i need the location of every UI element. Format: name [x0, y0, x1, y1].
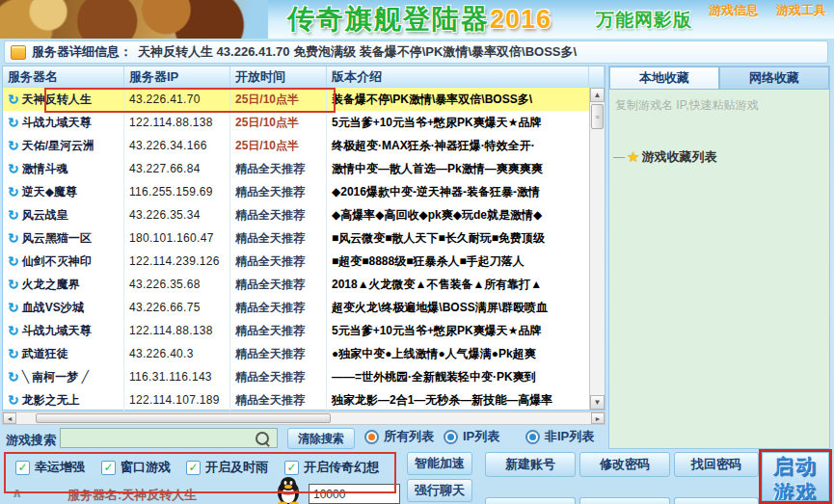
header-open-time[interactable]: 开放时间: [230, 66, 327, 88]
table-row[interactable]: ↻龙影之无上 122.114.107.189 精品全天推荐 独家龙影—2合1—无…: [3, 388, 589, 411]
clear-search-button[interactable]: 清除搜索: [287, 428, 355, 449]
force-chat-button[interactable]: 强行聊天: [407, 479, 472, 502]
checkbox-legend-fantasy-label: 开启传奇幻想: [304, 459, 379, 476]
open-time-cell: 精品全天推荐: [230, 342, 327, 365]
table-row[interactable]: ↻风云黑猫一区 180.101.160.47 精品全天推荐 ■风云微变■散人天下…: [3, 226, 589, 250]
server-icon: ↻: [8, 278, 19, 291]
new-account-button[interactable]: 新建账号: [485, 452, 576, 477]
table-row[interactable]: ↻斗战九域天尊 122.114.88.138 精品全天推荐 5元当爹+10元当爷…: [3, 319, 589, 342]
scroll-right-icon[interactable]: ►: [591, 412, 605, 424]
server-ip-cell: 122.114.88.138: [124, 111, 230, 134]
server-ip-cell: 43.226.34.166: [124, 134, 230, 157]
checkbox-timely-rain[interactable]: ✓ 开启及时雨: [186, 459, 268, 476]
table-row[interactable]: ↻风云战皇 43.226.35.34 精品全天推荐 ◆高爆率◆高回收◆pk爽◆玩…: [3, 203, 589, 226]
server-icon: ↻: [8, 254, 19, 268]
table-row[interactable]: ↻斗战九域天尊 122.114.88.138 25日/10点半 5元当爹+10元…: [3, 111, 589, 134]
clipped-button[interactable]: [485, 497, 576, 504]
app-title-text: 传奇旗舰登陆器: [287, 4, 490, 34]
open-time-cell: 精品全天推荐: [230, 180, 327, 203]
search-input[interactable]: [61, 430, 256, 446]
table-row[interactable]: ↻激情斗魂 43.227.66.84 精品全天推荐 激情中变—散人首选—Pk激情…: [3, 157, 589, 180]
app-title-year: 2016: [490, 5, 552, 34]
checkbox-windowed-game[interactable]: ✓ 窗口游戏: [101, 459, 171, 476]
scroll-down-icon[interactable]: ▼: [590, 395, 605, 410]
header-version-intro[interactable]: 版本介绍: [327, 66, 589, 88]
radio-non-ip-list[interactable]: 非IP列表: [525, 428, 594, 445]
smart-boost-button[interactable]: 智能加速: [407, 452, 472, 475]
game-artwork: [0, 0, 268, 39]
check-icon: ✓: [284, 461, 299, 475]
checkbox-lucky-boost[interactable]: ✓ 幸运增强: [15, 459, 85, 476]
server-ip-cell: 43.226.66.75: [124, 296, 230, 319]
favorites-tree-label: 游戏收藏列表: [641, 148, 716, 166]
table-row[interactable]: ↻武道狂徒 43.226.40.3 精品全天推荐 ●独家中变●上线激情●人气爆满…: [3, 342, 589, 365]
server-icon: ↻: [8, 116, 19, 129]
tab-local-favorites[interactable]: 本地收藏: [609, 66, 719, 90]
scroll-left-icon[interactable]: ◄: [3, 412, 16, 424]
open-time-cell: 精品全天推荐: [230, 296, 327, 319]
horizontal-scrollbar-thumb[interactable]: [36, 413, 331, 423]
server-table: 服务器名 服务器IP 开放时间 版本介绍 ↻天神反转人生 43.226.41.7…: [2, 66, 605, 411]
server-ip-cell: 122.114.107.189: [124, 388, 230, 411]
open-time-cell: 精品全天推荐: [230, 273, 327, 296]
clipped-button[interactable]: [579, 497, 670, 504]
open-time-cell: 精品全天推荐: [230, 157, 327, 180]
header-server-name[interactable]: 服务器名: [3, 66, 124, 88]
favorites-tree-item[interactable]: — ★ 游戏收藏列表: [613, 148, 829, 166]
open-time-cell: 25日/10点半: [230, 111, 327, 134]
check-icon: ✓: [101, 461, 116, 475]
game-tools-link[interactable]: 游戏工具: [776, 2, 826, 19]
checkbox-legend-fantasy[interactable]: ✓ 开启传奇幻想: [284, 459, 379, 476]
vertical-scrollbar-thumb[interactable]: ≡: [591, 104, 604, 129]
server-name-cell: ↻激情斗魂: [3, 157, 124, 180]
radio-ip-list[interactable]: IP列表: [444, 428, 499, 445]
version-intro-cell: 5元当爹+10元当爷+憋尿PK爽爆天★品牌: [327, 111, 589, 134]
radio-all-list[interactable]: 所有列表: [364, 428, 434, 445]
table-header: 服务器名 服务器IP 开放时间 版本介绍: [3, 66, 605, 89]
check-icon: ✓: [15, 461, 30, 475]
server-icon: ↻: [8, 185, 19, 199]
launch-game-button[interactable]: 启动游戏: [762, 452, 829, 501]
vertical-scrollbar[interactable]: ▲ ≡ ▼: [589, 88, 605, 410]
tab-network-favorites[interactable]: 网络收藏: [719, 66, 829, 90]
table-row[interactable]: ↻逆天◆魔尊 116.255.159.69 精品全天推荐 ◆2016爆款中变-逆…: [3, 180, 589, 203]
collapse-caret[interactable]: ∧: [12, 485, 22, 500]
server-name-cell: ↻斗战九域天尊: [3, 111, 124, 134]
server-name-cell: ↻天佑/星河云洲: [3, 134, 124, 157]
favorites-panel: 本地收藏 网络收藏 复制游戏名 IP,快速粘贴游戏 — ★ 游戏收藏列表: [608, 66, 830, 449]
server-name-cell: ↻龙影之无上: [3, 388, 124, 411]
server-ip-cell: 43.226.35.68: [124, 273, 230, 296]
table-row[interactable]: ↻仙剑不灭神印 122.114.239.126 精品全天推荐 ■超变■8888级…: [3, 250, 589, 273]
header-scrollbar-corner: [589, 66, 605, 88]
app-title: 传奇旗舰登陆器2016: [287, 1, 552, 38]
clipped-button[interactable]: [674, 497, 759, 504]
open-time-cell: 精品全天推荐: [230, 319, 327, 342]
table-row[interactable]: ↻天佑/星河云洲 43.226.34.166 25日/10点半 终极超变·MAX…: [3, 134, 589, 157]
open-time-cell: 25日/10点半: [230, 88, 327, 111]
table-row[interactable]: ↻血战VS沙城 43.226.66.75 精品全天推荐 超变火龙\终极遍地爆\B…: [3, 296, 589, 319]
scroll-up-icon[interactable]: ▲: [590, 88, 605, 102]
radio-non-ip-list-label: 非IP列表: [545, 428, 594, 445]
change-password-button[interactable]: 修改密码: [579, 452, 670, 477]
launch-game-label: 启动游戏: [772, 453, 819, 501]
recover-password-button[interactable]: 找回密码: [674, 452, 759, 477]
radio-non-ip-list-circle: [525, 430, 540, 444]
server-icon: ↻: [8, 231, 19, 245]
horizontal-scrollbar[interactable]: ◄ ►: [2, 411, 605, 425]
table-row[interactable]: ↻火龙之魔界 43.226.35.68 精品全天推荐 2018▲火龙微变▲不售装…: [3, 273, 589, 296]
banner: 传奇旗舰登陆器2016 万能网影版 游戏信息 游戏工具: [0, 0, 834, 39]
game-info-link[interactable]: 游戏信息: [709, 2, 759, 19]
header-server-ip[interactable]: 服务器IP: [124, 66, 230, 88]
qq-number-input[interactable]: [309, 484, 400, 504]
table-row[interactable]: ↻天神反转人生 43.226.41.70 25日/10点半 装备爆不停\PK激情…: [3, 88, 589, 111]
open-time-cell: 精品全天推荐: [230, 388, 327, 411]
star-icon: ★: [627, 148, 639, 166]
server-ip-cell: 116.31.116.143: [124, 365, 230, 388]
version-intro-cell: 终极超变·MAX狂杀·神器狂爆·特效全开·: [327, 134, 589, 157]
radio-all-list-circle: [364, 430, 379, 444]
version-intro-cell: ◆2016爆款中变-逆天神器-装备狂暴-激情: [327, 180, 589, 203]
table-row[interactable]: ↻╲ 南柯一梦 ╱ 116.31.116.143 精品全天推荐 ——=世外桃园·…: [3, 365, 589, 388]
server-ip-cell: 43.226.40.3: [124, 342, 230, 365]
server-ip-cell: 180.101.160.47: [124, 226, 230, 250]
server-icon: ↻: [8, 370, 19, 384]
